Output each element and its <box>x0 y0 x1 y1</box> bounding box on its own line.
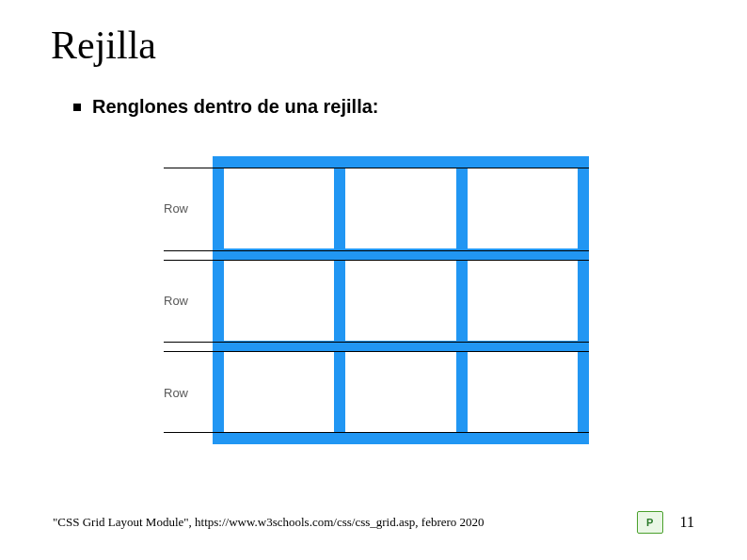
row-line <box>164 351 589 352</box>
row-label: Row <box>164 294 188 308</box>
page-number: 11 <box>680 514 694 531</box>
row-label: Row <box>164 386 188 400</box>
row-labels: Row Row Row <box>164 156 213 444</box>
row-line <box>164 168 589 168</box>
row-line <box>164 250 589 251</box>
row-line <box>164 432 589 433</box>
grid-cell <box>224 352 334 433</box>
grid-container <box>213 156 589 444</box>
grid-cell <box>224 168 334 248</box>
logo-icon: P <box>637 511 663 534</box>
grid-cell <box>468 168 578 248</box>
bullet-item: Renglones dentro de una rejilla: <box>73 96 379 118</box>
grid-cell <box>345 352 455 433</box>
grid-cell <box>345 260 455 341</box>
page-title: Rejilla <box>51 23 156 68</box>
grid-cell <box>345 168 455 248</box>
footer-right: P 11 <box>637 511 694 534</box>
slide: Rejilla Renglones dentro de una rejilla:… <box>0 0 747 560</box>
grid-illustration: Row Row Row <box>164 156 589 444</box>
row-label: Row <box>164 201 188 216</box>
citation-text: "CSS Grid Layout Module", https://www.w3… <box>53 515 485 530</box>
grid-cell <box>468 260 578 341</box>
row-line <box>164 342 589 343</box>
row-line <box>164 260 589 261</box>
footer: "CSS Grid Layout Module", https://www.w3… <box>53 511 694 534</box>
grid-cell <box>468 352 578 433</box>
bullet-square-icon <box>73 104 81 111</box>
bullet-text: Renglones dentro de una rejilla: <box>92 96 379 118</box>
grid-cell <box>224 260 334 341</box>
